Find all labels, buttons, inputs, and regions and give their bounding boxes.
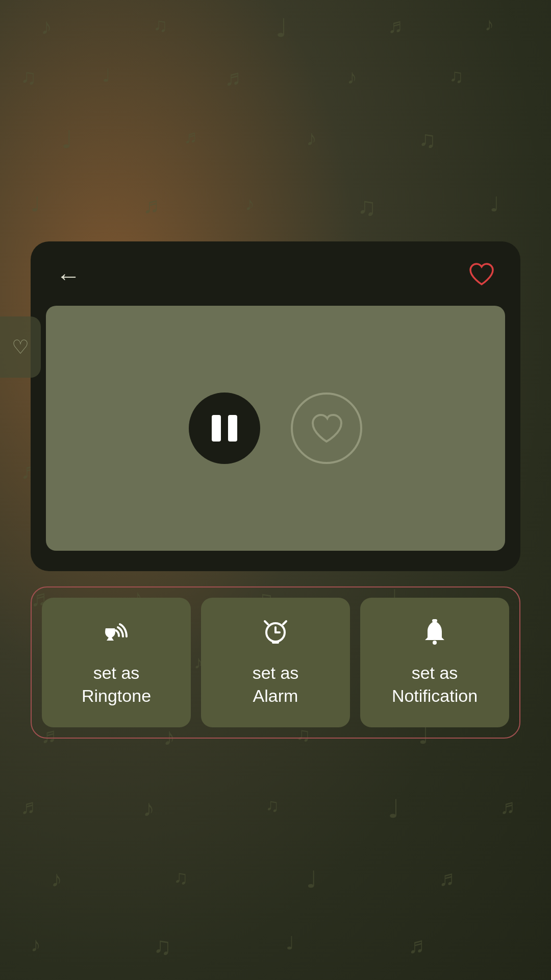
player-header: ← — [31, 241, 520, 301]
back-button[interactable]: ← — [56, 264, 81, 288]
ringtone-label: set asRingtone — [82, 662, 151, 706]
favorite-button[interactable] — [468, 262, 495, 290]
set-as-ringtone-button[interactable]: set asRingtone — [42, 598, 191, 727]
alarm-icon — [261, 618, 290, 651]
svg-line-4 — [283, 621, 286, 624]
notification-label: set asNotification — [392, 662, 478, 706]
action-container: set asRingtone set asAlarm — [31, 586, 520, 738]
main-content: ← — [0, 0, 551, 980]
pause-button[interactable] — [189, 393, 260, 464]
side-heart-icon: ♡ — [12, 336, 29, 358]
heart-circle-button[interactable] — [291, 393, 362, 464]
set-as-notification-button[interactable]: set asNotification — [360, 598, 509, 727]
svg-rect-8 — [432, 619, 437, 622]
pause-bar-right — [228, 415, 237, 442]
ringtone-icon — [102, 618, 131, 651]
player-card: ← — [31, 241, 520, 571]
pause-bar-left — [212, 415, 221, 442]
svg-point-6 — [274, 623, 277, 624]
pause-icon — [212, 415, 237, 442]
svg-point-7 — [433, 641, 437, 645]
side-heart-widget[interactable]: ♡ — [0, 316, 41, 378]
svg-line-3 — [265, 621, 268, 624]
alarm-label: set asAlarm — [253, 662, 299, 706]
notification-icon — [420, 618, 449, 651]
album-art — [46, 306, 505, 551]
set-as-alarm-button[interactable]: set asAlarm — [201, 598, 350, 727]
